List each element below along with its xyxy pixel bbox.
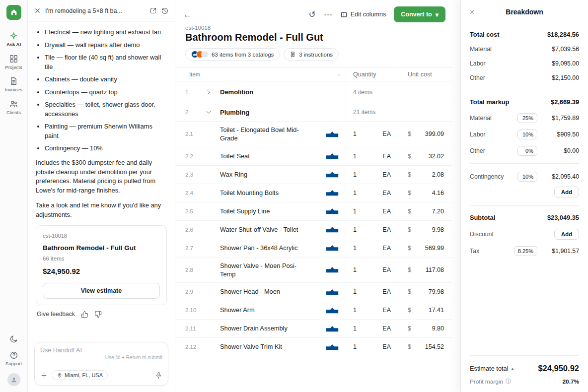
table-row[interactable]: 2.11Shower Drain Assembly 1EA $9.80 bbox=[175, 320, 452, 338]
sidebar-item-invoices[interactable]: Invoices bbox=[0, 73, 27, 96]
supplier-logo-icon bbox=[326, 208, 339, 214]
convert-to-button[interactable]: Convert to ▾ bbox=[394, 6, 445, 22]
composer-submit-hint: Use ⌘ + Return to submit bbox=[105, 355, 162, 360]
unit-cost-value: 7.20 bbox=[432, 208, 444, 215]
group-row[interactable]: 1 Demolition 4 items bbox=[175, 81, 452, 103]
add-contingency-button[interactable]: Add bbox=[554, 187, 579, 197]
history-button[interactable] bbox=[161, 7, 169, 15]
table-row[interactable]: 2.4Toilet Mounting Bolts 1EA $4.16 bbox=[175, 184, 452, 202]
estimate-total-label: Estimate total bbox=[470, 365, 509, 372]
table-row[interactable]: 2.8Shower Valve - Moen Posi-Temp 1EA $11… bbox=[175, 258, 452, 283]
location-chip[interactable]: Miami, FL, USA bbox=[52, 370, 108, 380]
scope-bullet: Specialties — toilet, shower glass door,… bbox=[45, 100, 167, 119]
add-discount-button[interactable]: Add bbox=[554, 229, 579, 240]
instructions-icon bbox=[290, 51, 296, 58]
theme-toggle-icon[interactable] bbox=[9, 330, 18, 347]
item-name: Wax Ring bbox=[220, 166, 247, 183]
quantity-value: 1 bbox=[353, 245, 357, 252]
sidebar-item-support[interactable]: Support bbox=[0, 347, 27, 370]
scope-bullet: Painting — premium Sherwin Williams pain… bbox=[45, 122, 167, 140]
edit-columns-button[interactable]: Edit columns bbox=[340, 11, 386, 18]
info-icon[interactable]: ⓘ bbox=[506, 378, 511, 385]
sidebar-item-projects[interactable]: Projects bbox=[0, 51, 27, 73]
chevron-right-icon[interactable] bbox=[205, 89, 220, 96]
back-icon[interactable]: ← bbox=[183, 10, 192, 19]
undo-icon[interactable]: ↺ bbox=[308, 10, 315, 19]
column-header-quantity[interactable]: Quantity bbox=[346, 68, 399, 81]
quantity-value: 1 bbox=[353, 325, 357, 332]
sidebar-item-label: Invoices bbox=[5, 87, 22, 92]
material-markup-input[interactable]: 25% bbox=[517, 113, 537, 123]
unit-cost-value: 79.98 bbox=[429, 288, 444, 295]
table-row[interactable]: 2.1Toilet - Elongated Bowl Mid-Grade 1EA… bbox=[175, 122, 452, 147]
composer-toolbar: Miami, FL, USA bbox=[40, 370, 162, 380]
table-row[interactable]: 2.12Shower Valve Trim Kit 1EA $154.52 bbox=[175, 338, 452, 356]
row-number: 2.12 bbox=[185, 344, 205, 350]
unit-cost-value: 9.98 bbox=[432, 226, 444, 233]
share-button[interactable] bbox=[149, 7, 157, 14]
breakdown-title: Breakdown bbox=[470, 8, 579, 16]
row-number: 2.7 bbox=[185, 245, 205, 251]
user-avatar[interactable] bbox=[7, 373, 20, 386]
add-attachment-icon[interactable] bbox=[40, 372, 48, 379]
composer-placeholder[interactable]: Use Handoff AI bbox=[40, 347, 162, 354]
quantity-value: 1 bbox=[353, 131, 357, 137]
handoff-logo-icon[interactable] bbox=[6, 5, 21, 20]
discount-label: Discount bbox=[470, 231, 494, 238]
table-row[interactable]: 2.5Toilet Supply Line 1EA $7.20 bbox=[175, 202, 452, 221]
items-table: Item ⇔ Quantity Unit cost 1 Demolition 4… bbox=[175, 67, 452, 392]
group-item-count: 4 items bbox=[353, 89, 372, 96]
currency-symbol: $ bbox=[408, 131, 411, 137]
chat-header: I'm remodeling a 5×8 ft ba... bbox=[28, 0, 175, 22]
table-row[interactable]: 2.6Water Shut-off Valve - Toilet 1EA $9.… bbox=[175, 221, 452, 239]
more-icon[interactable]: ⋯ bbox=[324, 10, 332, 19]
table-row[interactable]: 2.10Shower Arm 1EA $17.41 bbox=[175, 301, 452, 320]
column-resize-icon[interactable]: ⇔ bbox=[336, 71, 342, 77]
thumbs-down-icon[interactable] bbox=[94, 311, 102, 318]
column-header-item[interactable]: Item bbox=[189, 71, 200, 77]
supplier-logo-icon bbox=[326, 190, 339, 196]
group-row[interactable]: 2 Plumbing 21 items bbox=[175, 103, 452, 122]
table-row[interactable]: 2.9Shower Head - Moen 1EA $79.98 bbox=[175, 283, 452, 301]
unit-cost-value: 17.41 bbox=[429, 307, 444, 314]
sidebar-item-ask-ai[interactable]: Ask AI bbox=[0, 28, 27, 51]
labor-markup-input[interactable]: 10% bbox=[517, 130, 537, 139]
unit-value: EA bbox=[382, 131, 391, 137]
app: Ask AI Projects Invoices Clients Support bbox=[0, 0, 588, 392]
currency-symbol: $ bbox=[408, 153, 411, 160]
thumbs-up-icon[interactable] bbox=[81, 311, 88, 318]
column-header-unit-cost[interactable]: Unit cost bbox=[399, 68, 452, 81]
row-number: 2.6 bbox=[185, 227, 205, 233]
row-number: 1 bbox=[185, 89, 205, 95]
item-name: Shower Drain Assembly bbox=[220, 320, 288, 336]
message-paragraph: Includes the $300 dumpster fee and daily… bbox=[36, 158, 167, 195]
subtotal-row: Subtotal $23,049.35 bbox=[470, 214, 579, 221]
item-name: Shower Valve Trim Kit bbox=[220, 338, 282, 355]
chevron-up-icon[interactable]: ▴ bbox=[512, 366, 514, 371]
chevron-down-icon[interactable] bbox=[205, 109, 220, 116]
item-name: Water Shut-off Valve - Toilet bbox=[220, 221, 298, 238]
grid-icon bbox=[9, 54, 18, 64]
instructions-chip[interactable]: 3 instructions bbox=[284, 48, 339, 61]
catalogs-chip[interactable]: 63 items from 3 catalogs bbox=[185, 48, 280, 61]
unit-value: EA bbox=[382, 245, 391, 252]
close-chat-button[interactable] bbox=[34, 7, 41, 14]
view-estimate-button[interactable]: View estimate bbox=[43, 283, 160, 299]
sidebar-item-label: Clients bbox=[6, 110, 21, 115]
item-name: Shower Pan - 36x48 Acrylic bbox=[220, 240, 297, 256]
other-markup-input[interactable]: 0% bbox=[517, 146, 537, 156]
estimate-card[interactable]: est-10018 Bathroom Remodel - Full Gut 66… bbox=[36, 225, 167, 305]
group-name: Plumbing bbox=[220, 109, 249, 116]
microphone-icon[interactable] bbox=[155, 372, 162, 379]
chat-thread-title[interactable]: I'm remodeling a 5×8 ft ba... bbox=[45, 7, 146, 14]
currency-symbol: $ bbox=[408, 245, 411, 252]
table-row[interactable]: 2.7Shower Pan - 36x48 Acrylic 1EA $569.9… bbox=[175, 239, 452, 258]
close-breakdown-button[interactable] bbox=[469, 8, 476, 15]
tax-input[interactable]: 8.25% bbox=[514, 246, 537, 256]
sidebar-item-clients[interactable]: Clients bbox=[0, 96, 27, 119]
contingency-input[interactable]: 10% bbox=[517, 172, 537, 182]
table-row[interactable]: 2.2Toilet Seat 1EA $32.02 bbox=[175, 147, 452, 166]
chat-composer[interactable]: Use Handoff AI Use ⌘ + Return to submit … bbox=[34, 342, 168, 386]
cost-row: Labor $9,095.00 bbox=[470, 60, 579, 67]
table-row[interactable]: 2.3Wax Ring 1EA $2.08 bbox=[175, 166, 452, 184]
